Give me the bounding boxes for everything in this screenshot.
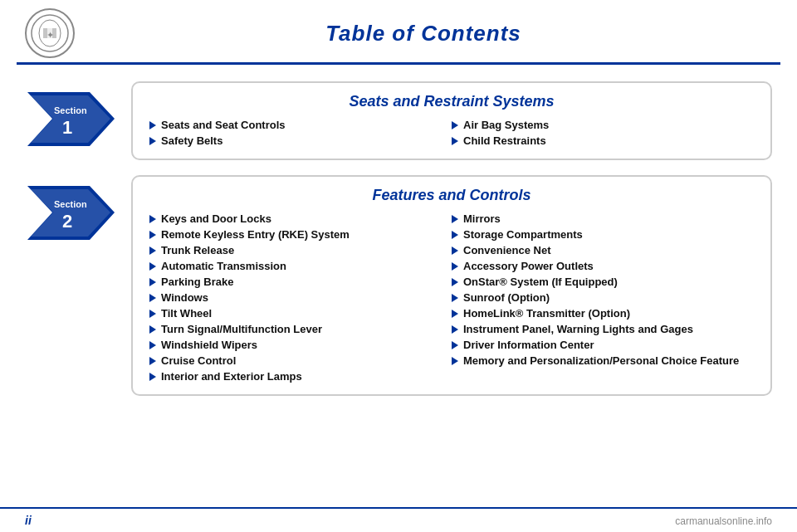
bullet-arrow-icon xyxy=(149,215,156,223)
list-item: Parking Brake xyxy=(149,276,452,288)
bullet-arrow-icon xyxy=(149,231,156,239)
bullet-arrow-icon xyxy=(149,246,156,255)
list-item: Convenience Net xyxy=(452,244,754,256)
footer: ii carmanualsonline.info xyxy=(0,507,797,532)
bullet-arrow-icon xyxy=(149,137,156,145)
list-item: Air Bag Systems xyxy=(452,119,754,131)
section-1-col-2: Air Bag Systems Child Restraints xyxy=(452,119,754,147)
svg-rect-5 xyxy=(52,28,56,38)
section-2-col-2: Mirrors Storage Compartments Convenience… xyxy=(452,212,754,383)
list-item: Safety Belts xyxy=(149,134,452,147)
list-item: Interior and Exterior Lamps xyxy=(149,370,452,383)
section-1-badge: Section 1 xyxy=(25,81,116,156)
list-item: Windows xyxy=(149,291,452,304)
list-item: Sunroof (Option) xyxy=(452,291,754,304)
list-item: Child Restraints xyxy=(452,134,754,147)
list-item: Remote Keyless Entry (RKE) System xyxy=(149,228,452,241)
bullet-arrow-icon xyxy=(452,231,458,239)
section-2-title: Features and Controls xyxy=(149,187,754,204)
bullet-arrow-icon xyxy=(452,278,458,286)
list-item: Cruise Control xyxy=(149,354,452,367)
list-item: Trunk Release xyxy=(149,244,452,256)
list-item: Storage Compartments xyxy=(452,228,754,241)
bullet-arrow-icon xyxy=(149,357,156,365)
bullet-arrow-icon xyxy=(452,246,458,255)
section-2-col-1: Keys and Door Locks Remote Keyless Entry… xyxy=(149,212,452,383)
section-1-col-1: Seats and Seat Controls Safety Belts xyxy=(149,119,452,147)
section-1-title: Seats and Restraint Systems xyxy=(149,93,754,110)
list-item: Keys and Door Locks xyxy=(149,212,452,225)
svg-rect-4 xyxy=(43,28,47,38)
svg-text:2: 2 xyxy=(61,211,71,232)
bullet-arrow-icon xyxy=(149,294,156,302)
bullet-arrow-icon xyxy=(149,325,156,334)
bullet-arrow-icon xyxy=(452,215,458,223)
list-item: Memory and Personalization/Personal Choi… xyxy=(452,354,754,367)
bullet-arrow-icon xyxy=(452,262,458,271)
section-2-row: Section 2 Features and Controls Keys and… xyxy=(25,175,772,396)
list-item: Mirrors xyxy=(452,212,754,225)
svg-text:Section: Section xyxy=(54,105,87,115)
bullet-arrow-icon xyxy=(149,121,156,129)
list-item: OnStar® System (If Equipped) xyxy=(452,276,754,288)
cadillac-logo: ✦ xyxy=(25,8,75,58)
bullet-arrow-icon xyxy=(149,373,156,381)
bullet-arrow-icon xyxy=(452,341,458,349)
list-item: Turn Signal/Multifunction Lever xyxy=(149,323,452,335)
bullet-arrow-icon xyxy=(149,310,156,318)
page-title: Table of Contents xyxy=(75,21,772,46)
svg-text:1: 1 xyxy=(61,117,71,138)
list-item: HomeLink® Transmitter (Option) xyxy=(452,307,754,320)
section-1-row: Section 1 Seats and Restraint Systems Se… xyxy=(25,81,772,160)
header: ✦ Table of Contents xyxy=(0,0,797,65)
bullet-arrow-icon xyxy=(452,310,458,318)
section-1-body: Seats and Seat Controls Safety Belts Air… xyxy=(149,119,754,147)
list-item: Windshield Wipers xyxy=(149,339,452,351)
bullet-arrow-icon xyxy=(149,341,156,349)
section-2-body: Keys and Door Locks Remote Keyless Entry… xyxy=(149,212,754,383)
list-item: Tilt Wheel xyxy=(149,307,452,320)
list-item: Driver Information Center xyxy=(452,339,754,351)
section-2-card: Features and Controls Keys and Door Lock… xyxy=(131,175,772,396)
section-1-card: Seats and Restraint Systems Seats and Se… xyxy=(131,81,772,160)
bullet-arrow-icon xyxy=(452,137,458,145)
bullet-arrow-icon xyxy=(452,325,458,334)
brand-label: carmanualsonline.info xyxy=(675,515,772,527)
list-item: Instrument Panel, Warning Lights and Gag… xyxy=(452,323,754,335)
svg-text:Section: Section xyxy=(54,199,87,209)
list-item: Seats and Seat Controls xyxy=(149,119,452,131)
bullet-arrow-icon xyxy=(452,121,458,129)
list-item: Automatic Transmission xyxy=(149,260,452,272)
section-2-badge: Section 2 xyxy=(25,175,116,250)
bullet-arrow-icon xyxy=(452,294,458,302)
header-divider xyxy=(17,62,780,65)
list-item: Accessory Power Outlets xyxy=(452,260,754,272)
bullet-arrow-icon xyxy=(149,262,156,271)
bullet-arrow-icon xyxy=(149,278,156,286)
main-content: Section 1 Seats and Restraint Systems Se… xyxy=(0,73,797,419)
page-number: ii xyxy=(25,514,32,527)
bullet-arrow-icon xyxy=(452,357,458,365)
